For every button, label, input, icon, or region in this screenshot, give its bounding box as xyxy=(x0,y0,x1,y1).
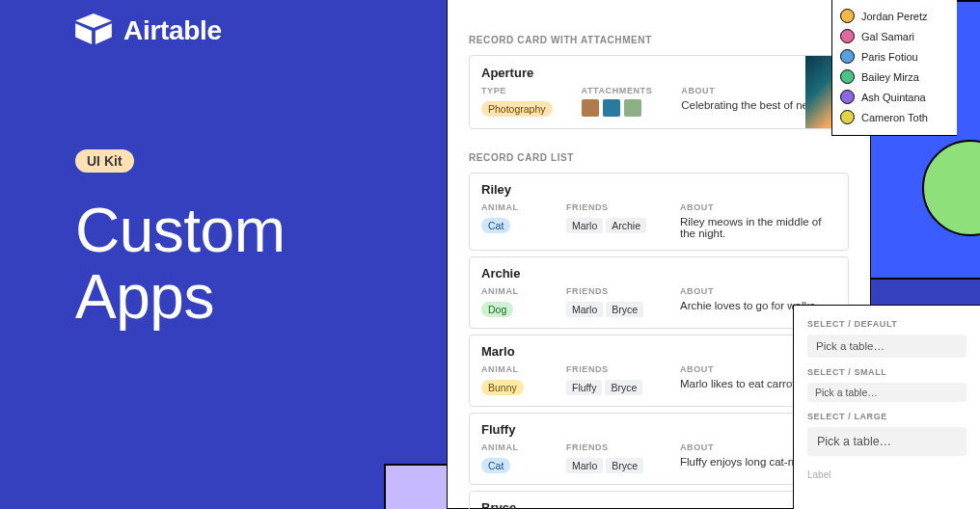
brand-name: Airtable xyxy=(123,15,222,46)
person-row[interactable]: Cameron Toth xyxy=(840,107,949,127)
about-text: Riley meows in the middle of the night. xyxy=(680,216,836,239)
ui-kit-badge: UI Kit xyxy=(75,149,134,173)
field-label-animal: ANIMAL xyxy=(481,286,549,296)
record-title: Marlo xyxy=(481,344,836,359)
friend-chip: Archie xyxy=(606,218,646,233)
svg-marker-1 xyxy=(75,23,92,44)
field-label-attachments: ATTACHMENTS xyxy=(582,86,653,95)
avatar xyxy=(840,9,855,23)
friend-chip: Bryce xyxy=(606,458,643,473)
attachment-thumb[interactable] xyxy=(582,99,599,117)
friend-chip: Bryce xyxy=(605,380,642,395)
select-default[interactable]: Pick a table… xyxy=(807,335,966,358)
friend-chip: Marlo xyxy=(566,302,603,317)
friend-chip: Bryce xyxy=(606,302,643,317)
airtable-logo-icon xyxy=(75,13,112,48)
person-name: Bailey Mirza xyxy=(861,71,919,83)
record-card[interactable]: BryceANIMALDogFRIENDSFluffyArchieABOUTBr… xyxy=(469,491,849,509)
svg-marker-2 xyxy=(95,23,112,44)
svg-marker-0 xyxy=(75,13,112,28)
type-tag: Photography xyxy=(481,101,553,117)
person-row[interactable]: Bailey Mirza xyxy=(840,67,949,87)
field-label-friends: FRIENDS xyxy=(566,286,663,296)
field-label-animal: ANIMAL xyxy=(481,442,549,452)
animal-tag: Dog xyxy=(481,302,513,317)
person-row[interactable]: Jordan Peretz xyxy=(840,6,949,26)
friend-chip: Marlo xyxy=(566,218,603,233)
record-card[interactable]: RileyANIMALCatFRIENDSMarloArchieABOUTRil… xyxy=(469,173,849,251)
section-label-attachment: RECORD CARD WITH ATTACHMENT xyxy=(469,35,849,45)
field-label-about: ABOUT xyxy=(680,202,836,212)
record-title: Archie xyxy=(481,266,836,281)
record-card[interactable]: ArchieANIMALDogFRIENDSMarloBryceABOUTArc… xyxy=(469,256,849,329)
friend-chip: Marlo xyxy=(566,458,603,473)
record-title: Bryce xyxy=(481,500,836,509)
select-default-label: SELECT / DEFAULT xyxy=(807,319,966,329)
field-label-type: TYPE xyxy=(481,86,553,95)
field-label-friends: FRIENDS xyxy=(566,442,663,452)
person-name: Gal Samari xyxy=(861,31,914,42)
attachment-thumbs xyxy=(582,99,653,117)
field-label-about: ABOUT xyxy=(680,286,836,296)
people-popover: Jordan PeretzGal SamariParis FotiouBaile… xyxy=(831,0,957,136)
person-row[interactable]: Paris Fotiou xyxy=(840,46,949,67)
field-label-friends: FRIENDS xyxy=(566,364,663,374)
animal-tag: Cat xyxy=(481,218,510,233)
animal-tag: Bunny xyxy=(481,380,524,395)
select-footer-label: Label xyxy=(807,469,966,480)
person-row[interactable]: Gal Samari xyxy=(840,26,949,46)
record-card-attachment[interactable]: Aperture TYPE Photography ATTACHMENTS AB… xyxy=(469,55,849,129)
field-label-animal: ANIMAL xyxy=(481,202,549,212)
animal-tag: Cat xyxy=(481,458,510,473)
avatar xyxy=(840,69,855,84)
select-small-label: SELECT / SMALL xyxy=(807,367,966,377)
select-large[interactable]: Pick a table… xyxy=(807,427,966,456)
person-name: Paris Fotiou xyxy=(861,51,918,63)
record-title: Fluffy xyxy=(481,422,836,437)
person-row[interactable]: Ash Quintana xyxy=(840,87,949,107)
record-title: Riley xyxy=(481,182,836,197)
field-label-friends: FRIENDS xyxy=(566,202,663,212)
avatar xyxy=(840,29,855,43)
record-card[interactable]: FluffyANIMALCatFRIENDSMarloBryceABOUTFlu… xyxy=(469,413,849,485)
page-headline: Custom Apps xyxy=(75,198,286,331)
person-name: Jordan Peretz xyxy=(861,11,927,22)
attachment-thumb[interactable] xyxy=(603,99,620,117)
person-name: Ash Quintana xyxy=(861,92,926,103)
friend-chip: Fluffy xyxy=(566,380,602,395)
select-large-label: SELECT / LARGE xyxy=(807,412,966,421)
record-card-list: RileyANIMALCatFRIENDSMarloArchieABOUTRil… xyxy=(469,173,849,509)
record-card[interactable]: MarloANIMALBunnyFRIENDSFluffyBryceABOUTM… xyxy=(469,335,849,407)
avatar xyxy=(840,110,855,124)
brand-lockup: Airtable xyxy=(75,13,222,48)
avatar xyxy=(840,90,855,104)
attachment-thumb[interactable] xyxy=(624,99,641,117)
record-title: Aperture xyxy=(481,66,836,80)
section-label-list: RECORD CARD LIST xyxy=(469,152,849,163)
avatar xyxy=(840,49,855,64)
select-small[interactable]: Pick a table… xyxy=(807,383,966,402)
selects-popover: SELECT / DEFAULT Pick a table… SELECT / … xyxy=(793,305,980,509)
field-label-animal: ANIMAL xyxy=(481,364,549,374)
person-name: Cameron Toth xyxy=(861,112,928,123)
